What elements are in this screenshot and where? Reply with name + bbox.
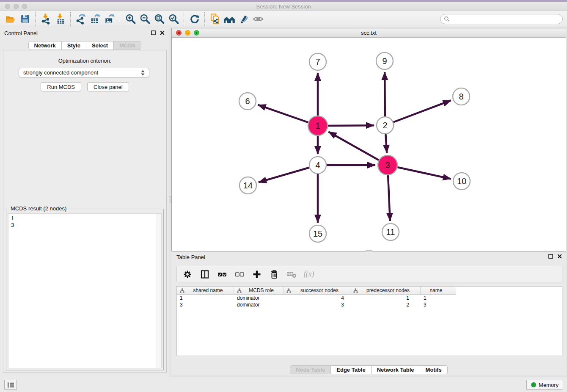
zoom-out-button[interactable] [138, 12, 152, 26]
tab-style[interactable]: Style [62, 41, 86, 50]
graph-node-4[interactable]: 4 [309, 157, 326, 174]
tab-edge-table[interactable]: Edge Table [331, 365, 371, 374]
optimization-criterion-select[interactable]: strongly connected component [19, 68, 149, 77]
cell-shared-name[interactable]: 1 [177, 295, 234, 301]
hide-graphics-details-button[interactable] [251, 12, 265, 26]
float-panel-icon[interactable] [151, 30, 156, 35]
open-folder-icon [5, 14, 16, 25]
tab-select[interactable]: Select [86, 41, 114, 50]
svg-text:9: 9 [382, 56, 387, 66]
export-network-button[interactable] [74, 12, 88, 26]
delete-table-button[interactable] [286, 269, 297, 280]
cell-predecessor-nodes[interactable]: 2 [350, 301, 421, 308]
import-table-button[interactable] [53, 12, 67, 26]
export-table-button[interactable] [88, 12, 102, 26]
toolbar-separator [204, 12, 205, 26]
column-header-mcds-role[interactable]: MCDS role [234, 287, 284, 295]
column-header-name[interactable]: name [421, 287, 456, 295]
graph-node-1[interactable]: 1 [308, 116, 328, 135]
control-panel: Control Panel Network Style Select MCDS … [0, 27, 170, 377]
zoom-selected-icon [168, 13, 179, 25]
toggle-column-panel-button[interactable] [199, 269, 210, 280]
graph-edge-2-8[interactable] [385, 100, 451, 125]
save-session-button[interactable] [18, 12, 32, 26]
graph-node-15[interactable]: 15 [309, 225, 326, 242]
select-spinner-icon [141, 70, 145, 76]
tab-motifs[interactable]: Motifs [420, 365, 448, 374]
cell-name[interactable]: 3 [421, 301, 456, 308]
cell-successor-nodes[interactable]: 4 [284, 295, 350, 301]
refresh-layout-button[interactable] [187, 12, 201, 26]
search-field[interactable] [440, 14, 563, 24]
float-table-panel-icon[interactable] [548, 254, 553, 259]
close-table-panel-icon[interactable] [557, 254, 562, 259]
network-view-window: ✕ − + scc.txt 7968124314101511 [171, 28, 566, 251]
list-icon [7, 382, 14, 388]
mcds-result-group: MCDS result (2 nodes) 1 3 [6, 209, 164, 370]
table-panel: Table Panel [171, 252, 566, 375]
zoom-selected-button[interactable] [166, 12, 181, 26]
graph-node-6[interactable]: 6 [239, 93, 256, 110]
column-type-icon [353, 288, 358, 293]
graph-node-11[interactable]: 11 [382, 224, 399, 240]
toolbar-separator [120, 12, 120, 26]
result-scrollbar[interactable] [157, 214, 161, 368]
open-session-button[interactable] [3, 12, 18, 26]
delete-table-icon [286, 270, 297, 279]
graph-node-9[interactable]: 9 [376, 52, 393, 69]
svg-text:10: 10 [457, 177, 466, 186]
cell-shared-name[interactable]: 3 [177, 301, 234, 308]
first-neighbors-button[interactable] [222, 12, 237, 26]
cell-name[interactable]: 1 [421, 295, 456, 301]
graph-node-8[interactable]: 8 [453, 88, 470, 105]
graph-node-3[interactable]: 3 [378, 155, 397, 175]
run-mcds-button[interactable]: Run MCDS [41, 82, 81, 91]
tab-network-table[interactable]: Network Table [372, 365, 420, 374]
table-settings-button[interactable] [182, 269, 193, 280]
column-type-icon [286, 288, 291, 293]
tab-mcds[interactable]: MCDS [114, 41, 141, 50]
function-icon: f(x) [304, 270, 314, 279]
table-toolbar: f(x) [176, 266, 562, 282]
network-canvas[interactable]: 7968124314101511 [172, 38, 566, 251]
import-table-icon [55, 13, 66, 25]
duplicate-network-icon [209, 13, 221, 25]
graph-node-2[interactable]: 2 [377, 117, 394, 134]
duplicate-network-button[interactable] [208, 12, 222, 26]
graph-node-7[interactable]: 7 [309, 53, 326, 70]
table-row[interactable]: 3 dominator 3 2 3 [177, 301, 562, 308]
deselect-all-columns-button[interactable] [234, 269, 245, 280]
checked-boxes-icon [217, 270, 227, 279]
graph-node-10[interactable]: 10 [453, 173, 470, 190]
column-header-predecessor-nodes[interactable]: predecessor nodes [350, 287, 421, 295]
table-row[interactable]: 1 dominator 4 1 1 [177, 295, 562, 301]
cell-mcds-role[interactable]: dominator [234, 301, 284, 308]
memory-button[interactable]: Memory [526, 380, 563, 390]
show-graphics-details-button[interactable] [237, 12, 251, 26]
column-header-successor-nodes[interactable]: successor nodes [284, 287, 350, 295]
select-all-columns-button[interactable] [217, 269, 228, 280]
network-window-title: scc.txt [172, 30, 566, 36]
zoom-in-icon [125, 13, 136, 25]
delete-column-button[interactable] [269, 269, 280, 280]
zoom-fit-button[interactable] [152, 12, 166, 26]
show-panels-button[interactable] [4, 380, 17, 390]
graph-edge-4-14[interactable] [259, 165, 318, 182]
column-header-shared-name[interactable]: shared name [177, 287, 234, 295]
search-input[interactable] [450, 15, 562, 23]
import-network-button[interactable] [39, 12, 53, 26]
zoom-in-button[interactable] [123, 12, 138, 26]
export-image-button[interactable] [102, 12, 117, 26]
close-panel-button[interactable]: Close panel [87, 82, 129, 91]
tab-network[interactable]: Network [28, 41, 62, 50]
refresh-icon [189, 13, 200, 25]
graph-node-14[interactable]: 14 [239, 177, 256, 194]
mcds-result-list[interactable]: 1 3 [8, 213, 162, 368]
cell-predecessor-nodes[interactable]: 1 [350, 295, 421, 301]
close-panel-icon[interactable] [160, 30, 165, 35]
tab-node-table[interactable]: Node Table [290, 365, 331, 374]
add-column-button[interactable] [251, 269, 262, 280]
function-builder-button[interactable]: f(x) [303, 269, 314, 280]
cell-mcds-role[interactable]: dominator [234, 295, 284, 301]
cell-successor-nodes[interactable]: 3 [284, 301, 350, 308]
